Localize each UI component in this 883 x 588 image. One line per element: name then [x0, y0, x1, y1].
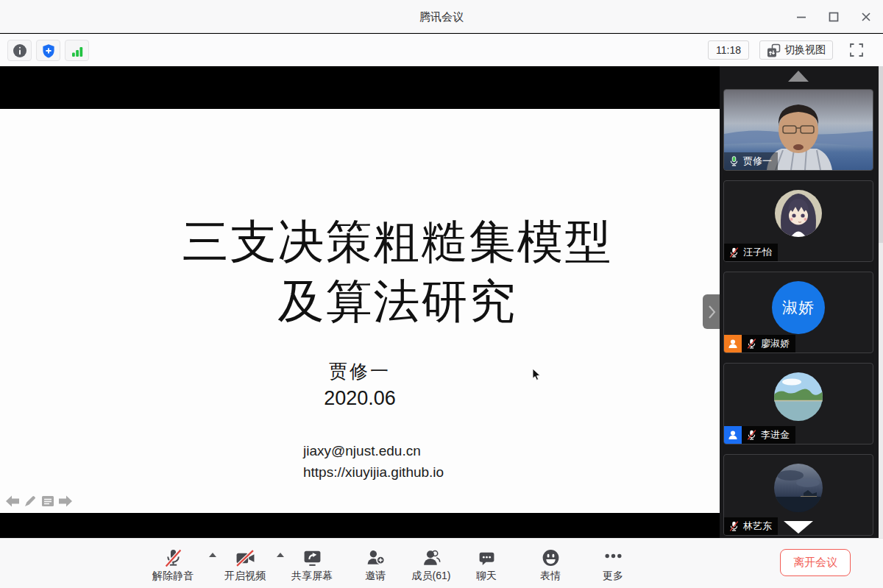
member-badge-blue: [724, 426, 742, 444]
leave-meeting-button[interactable]: 离开会议: [780, 549, 851, 576]
mic-muted-icon: [746, 338, 757, 350]
meeting-topbar: 11:18 切换视图: [0, 34, 883, 66]
notes-button[interactable]: [40, 493, 55, 509]
slide-presenter: 贾修一: [0, 359, 720, 383]
avatar-cloudy-sky-photo: [774, 464, 823, 512]
tencent-meeting-window: 腾讯会议: [0, 0, 883, 588]
minimize-icon: [795, 11, 807, 23]
participant-tile-jiaxiuyi[interactable]: 贾修一: [723, 89, 873, 171]
scroll-down-arrow[interactable]: [784, 521, 813, 534]
fullscreen-icon: [849, 43, 864, 57]
more-button[interactable]: 更多: [576, 544, 650, 583]
more-dots-icon: [603, 546, 623, 566]
pencil-icon: [23, 494, 38, 509]
switch-view-icon: [767, 43, 781, 57]
scroll-up-arrow[interactable]: [788, 71, 809, 82]
chat-button[interactable]: 聊天: [450, 544, 523, 583]
close-button[interactable]: [859, 10, 873, 24]
participant-name: 李进金: [761, 428, 790, 442]
slide-contact: jiaxy@njust.edu.cn https://xiuyijia.gith…: [303, 440, 444, 483]
share-screen-icon: [302, 548, 322, 568]
shield-icon: [41, 43, 56, 58]
fullscreen-button[interactable]: [846, 40, 867, 60]
slide-website: https://xiuyijia.github.io: [303, 461, 444, 483]
window-controls: [795, 0, 873, 33]
window-title: 腾讯会议: [0, 0, 883, 33]
arrow-left-icon: [5, 494, 20, 509]
slide-date: 2020.06: [0, 387, 720, 410]
avatar-anime-girl: [775, 190, 822, 237]
arrow-right-icon: [58, 494, 73, 509]
person-icon: [727, 429, 739, 441]
member-badge-orange: [724, 335, 742, 353]
network-status-button[interactable]: [65, 40, 89, 61]
slide-title: 三支决策粗糙集模型 及算法研究: [74, 212, 721, 331]
unmute-button[interactable]: 解除静音: [136, 544, 210, 583]
participant-tile-lijinjin[interactable]: 李进金: [723, 363, 873, 444]
annotate-button[interactable]: [22, 493, 38, 509]
share-screen-button[interactable]: 共享屏幕: [275, 544, 349, 583]
switch-view-label: 切换视图: [784, 43, 826, 57]
slide-nav-controls: [4, 493, 73, 509]
meeting-timer: 11:18: [708, 40, 749, 60]
meeting-info-button[interactable]: [7, 40, 32, 61]
sidebar-collapse-button[interactable]: [703, 294, 720, 329]
participants-sidebar: 贾修一: [720, 66, 883, 538]
mic-muted-icon: [746, 429, 757, 441]
mic-active-icon: [728, 155, 740, 167]
switch-view-button[interactable]: 切换视图: [759, 40, 833, 60]
mic-muted-icon: [728, 247, 740, 258]
mic-muted-icon: [163, 548, 183, 568]
participant-tile-wangziyi[interactable]: 汪子怡: [723, 180, 873, 262]
avatar-initials: 淑娇: [772, 281, 825, 334]
camera-off-icon: [235, 548, 255, 568]
next-slide-button[interactable]: [57, 493, 73, 509]
start-video-button[interactable]: 开启视频: [208, 544, 282, 583]
security-button[interactable]: [36, 40, 60, 61]
participant-name: 汪子怡: [743, 246, 772, 259]
notes-icon: [40, 494, 55, 509]
person-icon: [727, 338, 739, 350]
sidebar-scrollbar[interactable]: [879, 66, 883, 538]
close-icon: [860, 11, 872, 23]
info-icon: [13, 43, 27, 58]
network-signal-icon: [70, 43, 85, 58]
chevron-right-icon: [706, 304, 717, 320]
participant-name: 林艺东: [743, 520, 772, 533]
scrollbar-thumb[interactable]: [879, 66, 883, 243]
members-icon: [422, 548, 442, 568]
chat-bubble-icon: [478, 550, 496, 568]
participant-tile-liaoshujiao[interactable]: 淑娇 廖淑娇: [723, 272, 873, 353]
shared-screen-stage: 三支决策粗糙集模型 及算法研究 贾修一 2020.06 jiaxy@njust.…: [0, 66, 720, 538]
avatar-lake-photo: [774, 372, 823, 421]
prev-slide-button[interactable]: [4, 493, 20, 509]
participant-name: 廖淑娇: [761, 337, 790, 350]
titlebar: 腾讯会议: [0, 0, 883, 33]
invite-person-icon: [366, 548, 386, 568]
meeting-bottombar: 解除静音 开启视频: [0, 538, 883, 588]
presentation-slide: 三支决策粗糙集模型 及算法研究 贾修一 2020.06 jiaxy@njust.…: [0, 109, 720, 513]
participant-name: 贾修一: [743, 155, 772, 168]
minimize-button[interactable]: [795, 10, 808, 24]
smiley-icon: [541, 548, 561, 568]
mic-muted-icon: [728, 520, 740, 532]
slide-email: jiaxy@njust.edu.cn: [303, 440, 444, 461]
maximize-icon: [828, 11, 840, 23]
maximize-button[interactable]: [827, 10, 840, 24]
